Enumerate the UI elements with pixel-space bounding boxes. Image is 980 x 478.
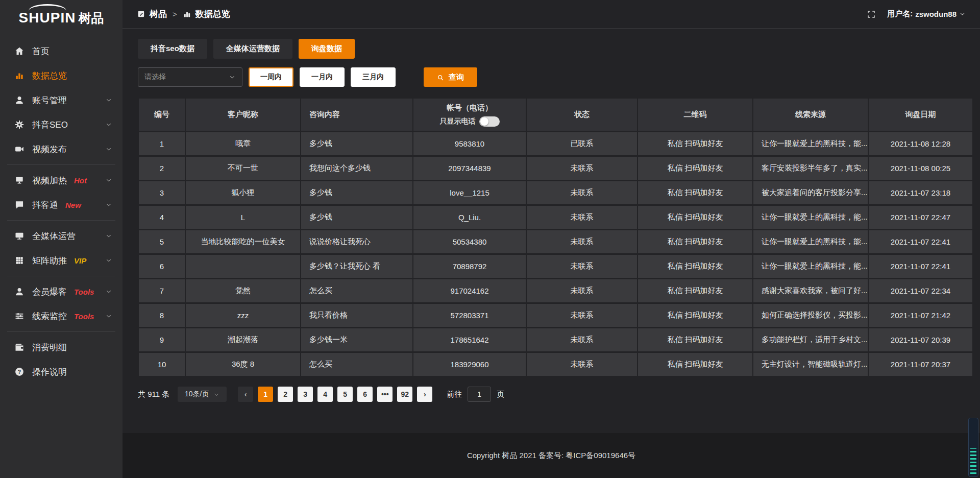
sidebar-divider — [7, 164, 115, 165]
chevron-down-icon — [105, 121, 112, 128]
cell-content: 多少钱 — [301, 132, 413, 156]
sidebar-item[interactable]: 数据总览 — [0, 63, 122, 88]
breadcrumb-root[interactable]: 树品 — [150, 8, 167, 20]
source-link[interactable]: 感谢大家喜欢我家，被问了好... — [753, 279, 868, 303]
page-button[interactable]: 6 — [357, 387, 373, 402]
page-button[interactable]: 1 — [258, 387, 273, 402]
page-button[interactable]: 3 — [298, 387, 313, 402]
prev-page-button[interactable]: ‹ — [238, 387, 253, 402]
sidebar-item[interactable]: 全媒体运营 — [0, 224, 122, 248]
source-link[interactable]: 被大家追着问的客厅投影分享... — [753, 181, 868, 205]
cell-date: 2021-11-07 22:41 — [868, 254, 973, 279]
status-text: 未联系 — [526, 230, 638, 254]
page-button[interactable]: 2 — [278, 387, 293, 402]
page-size-value: 10条/页 — [185, 390, 209, 399]
table-row: 7 觉然 怎么买 917024162 未联系 私信 扫码加好友 感谢大家喜欢我家… — [138, 279, 973, 303]
sidebar-item[interactable]: 账号管理 — [0, 88, 122, 112]
status-text: 未联系 — [526, 181, 638, 205]
qr-link[interactable]: 私信 扫码加好友 — [638, 303, 753, 328]
qr-link[interactable]: 私信 扫码加好友 — [638, 279, 753, 303]
qr-link[interactable]: 私信 扫码加好友 — [638, 181, 753, 205]
goto-page: 前往 页 — [447, 387, 504, 402]
sidebar-item-label: 视频加热 — [32, 175, 67, 186]
page-size-select[interactable]: 10条/页 — [178, 387, 227, 402]
source-link[interactable]: 让你一眼就爱上的黑科技，能... — [753, 205, 868, 230]
source-link[interactable]: 多功能护栏灯，适用于乡村文... — [753, 328, 868, 352]
cell-account: 50534380 — [413, 230, 526, 254]
source-link[interactable]: 让你一眼就爱上的黑科技，能... — [753, 230, 868, 254]
cell-date: 2021-11-07 22:41 — [868, 230, 973, 254]
user-menu[interactable]: 用户名: zswodun88 — [887, 9, 966, 19]
qr-link[interactable]: 私信 扫码加好友 — [638, 230, 753, 254]
sidebar-item-label: 抖客通 — [32, 199, 58, 211]
search-button[interactable]: 查询 — [424, 67, 477, 87]
breadcrumb-separator: > — [173, 10, 177, 18]
sidebar-item-label: 抖音SEO — [32, 119, 68, 131]
cell-date: 2021-11-07 23:18 — [868, 181, 973, 205]
sidebar-divider — [7, 276, 115, 276]
sidebar-item[interactable]: 会员爆客 Tools — [0, 279, 122, 304]
status-text: 未联系 — [526, 156, 638, 181]
next-page-button[interactable]: › — [417, 387, 432, 402]
cell-content: 怎么买 — [301, 352, 413, 377]
sidebar-item[interactable]: 线索监控 Tools — [0, 304, 122, 328]
table-row: 2 不可一世 我想问这个多少钱 2097344839 未联系 私信 扫码加好友 … — [138, 156, 973, 181]
widget-stripes — [970, 448, 976, 474]
cell-number: 10 — [138, 352, 185, 377]
breadcrumb: 树品 > 数据总览 — [137, 8, 230, 20]
range-button[interactable]: 一月内 — [300, 67, 345, 87]
source-link[interactable]: 让你一眼就爱上的黑科技，能... — [753, 132, 868, 156]
cell-content: 多少钱 — [301, 181, 413, 205]
fullscreen-icon[interactable] — [867, 10, 876, 19]
qr-link[interactable]: 私信 扫码加好友 — [638, 205, 753, 230]
filter-select[interactable]: 请选择 — [138, 67, 242, 87]
cell-account: 70898792 — [413, 254, 526, 279]
qr-link[interactable]: 私信 扫码加好友 — [638, 352, 753, 377]
qr-link[interactable]: 私信 扫码加好友 — [638, 328, 753, 352]
sidebar-item[interactable]: 视频发布 — [0, 137, 122, 161]
cell-date: 2021-11-08 00:25 — [868, 156, 973, 181]
cell-nickname: zzz — [185, 303, 301, 328]
sidebar-item-label: 数据总览 — [32, 70, 67, 82]
page-button[interactable]: 92 — [397, 387, 412, 402]
goto-label: 前往 — [447, 390, 462, 399]
sidebar-item[interactable]: ? 操作说明 — [0, 360, 122, 384]
sidebar-item[interactable]: 抖音SEO — [0, 112, 122, 137]
cell-number: 7 — [138, 279, 185, 303]
sidebar-menu: 首页 数据总览 账号管理 抖音SEO — [0, 34, 122, 478]
tab[interactable]: 全媒体运营数据 — [213, 39, 292, 59]
floating-widget[interactable] — [968, 418, 978, 477]
home-icon — [14, 46, 24, 56]
sidebar-item[interactable]: 抖客通 New — [0, 193, 122, 217]
sidebar-item[interactable]: 首页 — [0, 39, 122, 63]
qr-link[interactable]: 私信 扫码加好友 — [638, 254, 753, 279]
qr-link[interactable]: 私信 扫码加好友 — [638, 132, 753, 156]
sidebar-item[interactable]: 视频加热 Hot — [0, 168, 122, 193]
range-button[interactable]: 一周内 — [249, 67, 293, 87]
phone-only-toggle[interactable] — [479, 116, 500, 127]
cell-content: 怎么买 — [301, 279, 413, 303]
tab[interactable]: 抖音seo数据 — [138, 39, 207, 59]
cell-nickname — [185, 254, 301, 279]
source-link[interactable]: 无主灯设计，智能磁吸轨道灯... — [753, 352, 868, 377]
source-link[interactable]: 客厅安装投影半年多了，真实... — [753, 156, 868, 181]
goto-page-input[interactable] — [468, 387, 491, 402]
video-icon — [14, 144, 24, 154]
sidebar-item[interactable]: 矩阵助推 VIP — [0, 248, 122, 273]
source-link[interactable]: 让你一眼就爱上的黑科技，能... — [753, 254, 868, 279]
source-link[interactable]: 如何正确选择投影仪，买投影... — [753, 303, 868, 328]
column-header-source: 线索来源 — [753, 98, 868, 132]
sidebar-item[interactable]: 消费明细 — [0, 335, 122, 360]
table-row: 1 哦章 多少钱 9583810 已联系 私信 扫码加好友 让你一眼就爱上的黑科… — [138, 132, 973, 156]
table-row: 3 狐小狸 多少钱 love__1215 未联系 私信 扫码加好友 被大家追着问… — [138, 181, 973, 205]
page-button[interactable]: ••• — [377, 387, 393, 402]
cell-number: 4 — [138, 205, 185, 230]
qr-link[interactable]: 私信 扫码加好友 — [638, 156, 753, 181]
page-button[interactable]: 5 — [337, 387, 353, 402]
tab[interactable]: 询盘数据 — [299, 39, 355, 59]
topbar-right: 用户名: zswodun88 — [867, 9, 966, 19]
sidebar-item-badge: Hot — [74, 176, 87, 185]
range-button[interactable]: 三月内 — [351, 67, 396, 87]
pagination: 共 911 条 10条/页 ‹ 123456•••92 › 前往 页 — [138, 387, 972, 402]
page-button[interactable]: 4 — [317, 387, 333, 402]
